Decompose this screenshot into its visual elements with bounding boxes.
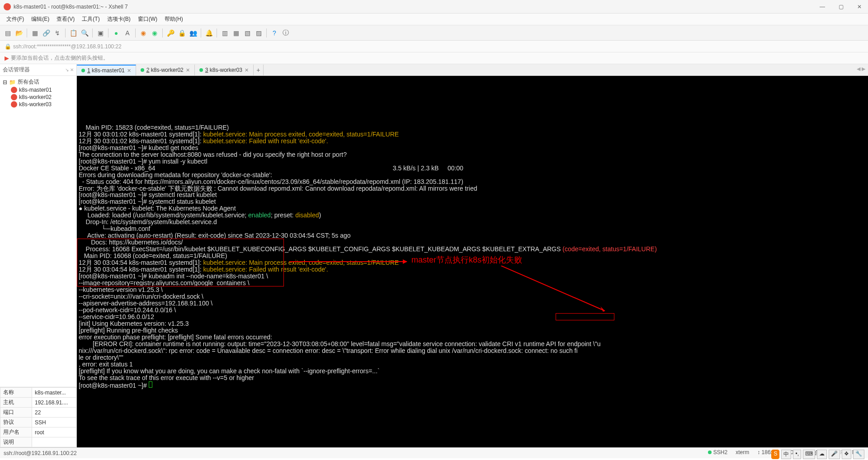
prop-row: 说明	[0, 437, 76, 447]
flag-icon: ▶	[5, 55, 9, 61]
tab-close-icon[interactable]: ✕	[245, 67, 249, 73]
prop-row: 用户名root	[0, 427, 76, 437]
status-bar: ssh://root@192.168.91.100:22 SSH2 xterm …	[0, 447, 868, 458]
tab-bar: 1 k8s-master01 ✕ 2 k8s-worker02 ✕ 3 k8s-…	[77, 64, 868, 76]
ime-bar[interactable]: S 中 •, ⌨ ☁ 🎤 ❖ 🔧	[771, 450, 864, 459]
tb-color[interactable]: ●	[111, 28, 121, 38]
ime-punct[interactable]: •,	[793, 450, 801, 459]
session-manager-panel: 会话管理器 ↘ ✕ ⊟ 📁 所有会话 k8s-master01 k8s-work…	[0, 64, 77, 447]
tb-open[interactable]: 📂	[14, 28, 24, 38]
tb-sessions[interactable]: ▦	[30, 28, 40, 38]
address-bar[interactable]: 🔒 ssh://root:****************@192.168.91…	[0, 41, 868, 52]
hint-text: 要添加当前会话，点击左侧的箭头按钮。	[11, 54, 108, 62]
tb-panel4[interactable]: ▨	[254, 28, 264, 38]
tb-disconnect[interactable]: ↯	[52, 28, 62, 38]
session-icon	[11, 87, 17, 93]
maximize-button[interactable]: ▢	[836, 3, 846, 11]
status-dot-icon	[199, 68, 203, 72]
tb-link[interactable]: 🔗	[41, 28, 51, 38]
session-item-worker02[interactable]: k8s-worker02	[3, 94, 74, 101]
terminal-output[interactable]: master节点执行k8s初始化失败 Main PID: 15823 (code…	[77, 76, 868, 447]
session-item-worker03[interactable]: k8s-worker03	[3, 101, 74, 108]
tab-master01[interactable]: 1 k8s-master01 ✕	[77, 65, 136, 75]
lock-icon: 🔒	[5, 43, 11, 50]
menu-help[interactable]: 帮助(H)	[162, 14, 186, 24]
tab-worker03[interactable]: 3 k8s-worker03 ✕	[195, 65, 254, 75]
folder-icon: 📁	[9, 79, 16, 85]
tb-help[interactable]: ?	[269, 28, 279, 38]
panel-controls[interactable]: ↘ ✕	[65, 67, 74, 72]
status-dot-icon	[708, 451, 712, 454]
ime-tool[interactable]: 🔧	[853, 450, 864, 459]
session-manager-title: 会话管理器	[3, 66, 30, 74]
hint-bar: ▶ 要添加当前会话，点击左侧的箭头按钮。	[0, 52, 868, 64]
tb-key[interactable]: 🔑	[165, 28, 175, 38]
title-bar: k8s-master01 - root@k8s-master01:~ - Xsh…	[0, 0, 868, 14]
status-address: ssh://root@192.168.91.100:22	[4, 450, 77, 456]
tb-tool2[interactable]: ◉	[150, 28, 160, 38]
address-text: ssh://root:****************@192.168.91.1…	[13, 43, 122, 50]
tab-nav[interactable]: ◀ ▶	[857, 66, 865, 72]
menu-edit[interactable]: 编辑(E)	[28, 14, 52, 24]
session-properties: 名称k8s-master... 主机192.168.91.... 端口22 协议…	[0, 387, 76, 447]
ime-cloud[interactable]: ☁	[817, 450, 827, 459]
menu-tabs[interactable]: 选项卡(B)	[104, 14, 133, 24]
app-icon	[4, 3, 11, 10]
close-button[interactable]: ✕	[854, 3, 864, 11]
toolbar: ▤ 📂 ▦ 🔗 ↯ 📋 🔍 ▣ ● A ◉ ◉ 🔑 🔒 👥 🔔 ▥ ▦ ▧ ▨ …	[0, 25, 868, 41]
prop-row: 协议SSH	[0, 418, 76, 427]
prop-row: 端口22	[0, 408, 76, 418]
tb-font[interactable]: A	[123, 28, 132, 38]
ime-micro[interactable]: 🎤	[829, 450, 840, 459]
session-icon	[11, 101, 17, 108]
folder-label: 所有会话	[18, 78, 39, 86]
minimize-button[interactable]: —	[817, 3, 828, 11]
tab-close-icon[interactable]: ✕	[186, 67, 190, 73]
prop-row: 主机192.168.91....	[0, 398, 76, 408]
tb-panel2[interactable]: ▦	[231, 28, 241, 38]
window-title: k8s-master01 - root@k8s-master01:~ - Xsh…	[14, 4, 817, 10]
tb-about[interactable]: ⓘ	[281, 28, 291, 38]
status-term: xterm	[736, 449, 749, 457]
tb-people[interactable]: 👥	[188, 28, 198, 38]
menu-window[interactable]: 窗口(W)	[135, 14, 160, 24]
tb-lock[interactable]: 🔒	[177, 28, 187, 38]
tab-add-button[interactable]: +	[254, 65, 264, 75]
tb-panel3[interactable]: ▧	[242, 28, 252, 38]
prop-row: 名称k8s-master...	[0, 388, 76, 398]
minus-icon: ⊟	[3, 79, 7, 85]
session-icon	[11, 94, 17, 100]
status-dot-icon	[141, 68, 144, 72]
ime-kb[interactable]: ⌨	[803, 450, 815, 459]
menu-view[interactable]: 查看(V)	[54, 14, 77, 24]
menu-bar: 文件(F) 编辑(E) 查看(V) 工具(T) 选项卡(B) 窗口(W) 帮助(…	[0, 14, 868, 25]
ime-skin[interactable]: ❖	[842, 450, 851, 459]
status-dot-icon	[81, 69, 85, 72]
menu-file[interactable]: 文件(F)	[4, 14, 27, 24]
tb-new[interactable]: ▤	[3, 28, 13, 38]
tab-close-icon[interactable]: ✕	[127, 68, 131, 74]
tb-search[interactable]: 🔍	[80, 28, 90, 38]
status-proto: SSH2	[713, 449, 727, 455]
tab-worker02[interactable]: 2 k8s-worker02 ✕	[136, 65, 195, 75]
tb-panel1[interactable]: ▥	[220, 28, 230, 38]
session-item-master01[interactable]: k8s-master01	[3, 86, 74, 94]
tb-screen[interactable]: ▣	[95, 28, 105, 38]
menu-tools[interactable]: 工具(T)	[79, 14, 102, 24]
tb-xftp[interactable]: ◉	[138, 28, 148, 38]
tb-bell[interactable]: 🔔	[204, 28, 214, 38]
tb-copy[interactable]: 📋	[68, 28, 78, 38]
ime-icon[interactable]: S	[771, 450, 779, 459]
ime-lang[interactable]: 中	[781, 450, 791, 459]
session-tree[interactable]: ⊟ 📁 所有会话 k8s-master01 k8s-worker02 k8s-w…	[0, 76, 76, 387]
tree-root-folder[interactable]: ⊟ 📁 所有会话	[3, 78, 74, 86]
